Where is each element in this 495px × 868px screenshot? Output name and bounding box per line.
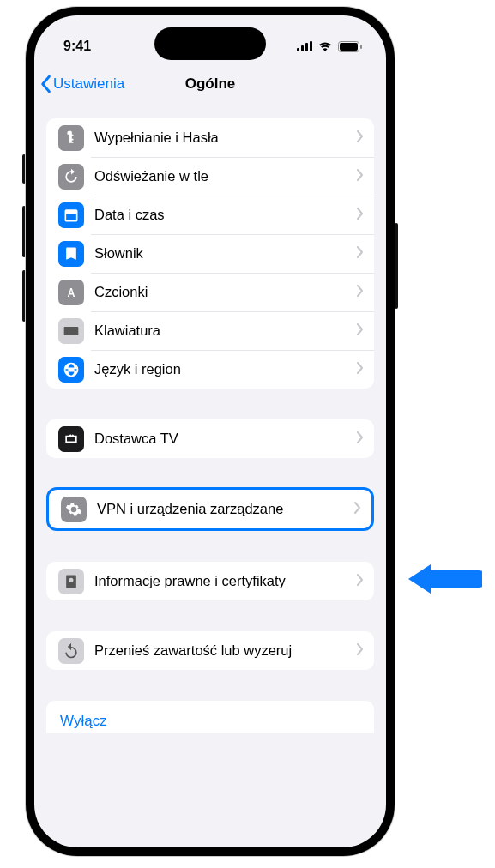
shutdown-button[interactable]: Wyłącz <box>46 701 374 733</box>
settings-group: VPN i urządzenia zarządzane <box>46 487 374 531</box>
row-label: Odświeżanie w tle <box>94 168 357 184</box>
settings-row-sownik[interactable]: Słownik <box>46 234 374 273</box>
back-button[interactable]: Ustawienia <box>39 75 124 93</box>
settings-row-przenies-zawartosc-lub-wyzeruj[interactable]: Przenieś zawartość lub wyzeruj <box>46 631 374 670</box>
chevron-right-icon <box>357 246 364 262</box>
chevron-right-icon <box>357 323 364 339</box>
globe-icon <box>58 357 84 383</box>
svg-rect-0 <box>297 48 299 51</box>
row-label: VPN i urządzenia zarządzane <box>97 501 354 517</box>
row-label: Informacje prawne i certyfikaty <box>94 573 357 589</box>
chevron-left-icon <box>39 75 51 93</box>
dynamic-island <box>154 27 266 60</box>
chevron-right-icon <box>357 643 364 659</box>
chevron-right-icon <box>357 169 364 184</box>
svg-rect-3 <box>310 41 312 51</box>
settings-row-vpn-i-urzadzenia-zarzadzane[interactable]: VPN i urządzenia zarządzane <box>49 490 371 528</box>
settings-row-dostawca-tv[interactable]: Dostawca TV <box>46 419 374 458</box>
cert-icon <box>58 569 84 594</box>
row-label: Język i region <box>94 361 357 377</box>
svg-rect-1 <box>301 45 304 51</box>
wifi-icon <box>317 41 333 51</box>
pointer-arrow-icon <box>405 558 482 600</box>
chevron-right-icon <box>354 502 361 517</box>
refresh-icon <box>58 164 84 190</box>
book-icon <box>58 241 84 267</box>
row-label: Wypełnianie i Hasła <box>94 130 357 146</box>
settings-row-klawiatura[interactable]: Klawiatura <box>46 311 374 350</box>
chevron-right-icon <box>357 362 364 377</box>
status-indicators <box>297 41 362 52</box>
row-label: Dostawca TV <box>94 431 357 447</box>
screen: 9:41 Ustawienia Ogólne Wypełnianie i Has… <box>34 15 386 847</box>
battery-icon <box>338 41 362 52</box>
back-label: Ustawienia <box>53 75 124 93</box>
settings-row-informacje-prawne-i-certyfikaty[interactable]: Informacje prawne i certyfikaty <box>46 562 374 600</box>
svg-rect-2 <box>305 43 308 51</box>
chevron-right-icon <box>357 285 364 300</box>
settings-row-data-i-czas[interactable]: Data i czas <box>46 196 374 234</box>
tv-icon <box>58 426 84 452</box>
phone-frame: 9:41 Ustawienia Ogólne Wypełnianie i Has… <box>26 7 395 856</box>
font-icon <box>58 280 84 305</box>
reset-icon <box>58 638 84 664</box>
chevron-right-icon <box>357 130 364 146</box>
status-time: 9:41 <box>63 39 91 54</box>
keyboard-icon <box>58 318 84 344</box>
settings-row-odswiezanie-w-tle[interactable]: Odświeżanie w tle <box>46 157 374 196</box>
settings-row-jezyk-i-region[interactable]: Język i region <box>46 350 374 389</box>
svg-rect-5 <box>340 43 358 51</box>
key-icon <box>58 125 84 151</box>
settings-row-czcionki[interactable]: Czcionki <box>46 273 374 311</box>
row-label: Przenieś zawartość lub wyzeruj <box>94 642 357 659</box>
settings-group: Informacje prawne i certyfikaty <box>46 562 374 600</box>
navigation-bar: Ustawienia Ogólne <box>34 65 386 103</box>
settings-group: Dostawca TV <box>46 419 374 458</box>
power-button <box>395 223 398 309</box>
calendar-icon <box>58 202 84 228</box>
settings-group: Wypełnianie i HasłaOdświeżanie w tleData… <box>46 118 374 389</box>
row-label: Słownik <box>94 245 357 262</box>
gear-icon <box>61 497 87 522</box>
row-label: Czcionki <box>94 284 357 300</box>
row-label: Klawiatura <box>94 322 357 339</box>
settings-group: Przenieś zawartość lub wyzeruj <box>46 631 374 670</box>
page-title: Ogólne <box>185 75 236 93</box>
settings-content: Wypełnianie i HasłaOdświeżanie w tleData… <box>34 103 386 733</box>
settings-row-wypenianie-i-hasa[interactable]: Wypełnianie i Hasła <box>46 118 374 157</box>
row-label: Data i czas <box>94 207 357 223</box>
chevron-right-icon <box>357 431 364 447</box>
cellular-icon <box>297 41 312 51</box>
svg-rect-6 <box>360 45 362 49</box>
chevron-right-icon <box>357 208 364 223</box>
chevron-right-icon <box>357 574 364 589</box>
